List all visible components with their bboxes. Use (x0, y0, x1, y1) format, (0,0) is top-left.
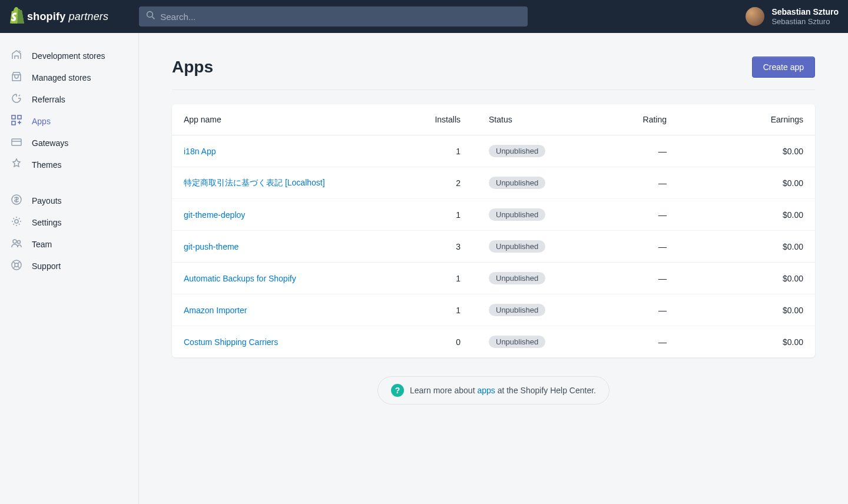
sidebar-item-gateways[interactable]: Gateways (0, 132, 138, 154)
cell-rating: — (602, 326, 678, 358)
page-title: Apps (172, 58, 213, 77)
sidebar-item-label: Referrals (32, 95, 65, 104)
sidebar-item-themes[interactable]: Themes (0, 154, 138, 175)
apps-table-card: App name Installs Status Rating Earnings… (172, 104, 815, 357)
table-header-row: App name Installs Status Rating Earnings (172, 104, 815, 135)
logo-icon (9, 7, 25, 26)
page-header: Apps Create app (172, 57, 815, 90)
sidebar-item-settings[interactable]: Settings (0, 211, 138, 233)
cell-rating: — (602, 263, 678, 294)
cell-installs: 0 (419, 326, 472, 358)
cell-installs: 2 (419, 167, 472, 199)
cell-rating: — (602, 231, 678, 263)
app-name-link[interactable]: i18n App (184, 147, 216, 156)
user-names: Sebastian Szturo Sebastian Szturo (771, 7, 839, 26)
app-name-link[interactable]: 特定商取引法に基づく表記 [Localhost] (184, 178, 325, 187)
sidebar-item-label: Gateways (32, 138, 68, 148)
cell-status: Unpublished (472, 199, 602, 231)
col-rating: Rating (602, 104, 678, 135)
app-name-link[interactable]: git-push-theme (184, 242, 238, 251)
app-name-link[interactable]: Amazon Importer (184, 306, 247, 315)
cell-status: Unpublished (472, 231, 602, 263)
cell-earnings: $0.00 (678, 326, 815, 358)
cell-status: Unpublished (472, 326, 602, 358)
svg-rect-4 (12, 121, 15, 125)
help-prefix: Learn more about (410, 386, 477, 395)
table-row: git-push-theme3Unpublished—$0.00 (172, 231, 815, 263)
sidebar-item-payouts[interactable]: Payouts (0, 190, 138, 211)
user-menu[interactable]: Sebastian Szturo Sebastian Szturo (746, 7, 839, 26)
help-callout: ? Learn more about apps at the Shopify H… (377, 376, 610, 404)
top-bar: shopify partners Sebastian Szturo Sebast… (0, 0, 848, 33)
main-content: Apps Create app App name Installs Status… (139, 33, 848, 504)
cell-installs: 1 (419, 135, 472, 167)
col-app-name: App name (172, 104, 419, 135)
help-icon: ? (391, 384, 404, 397)
cell-earnings: $0.00 (678, 135, 815, 167)
sidebar-item-label: Support (32, 261, 61, 271)
help-link[interactable]: apps (477, 386, 495, 395)
svg-point-11 (12, 260, 21, 270)
search-input[interactable] (160, 12, 521, 22)
col-installs: Installs (419, 104, 472, 135)
cell-installs: 1 (419, 294, 472, 326)
app-name-link[interactable]: git-theme-deploy (184, 210, 245, 220)
cell-installs: 1 (419, 199, 472, 231)
svg-point-0 (147, 12, 153, 18)
svg-point-9 (13, 240, 16, 243)
payouts-icon (11, 194, 22, 207)
dev-stores-icon (11, 49, 22, 62)
status-badge: Unpublished (489, 304, 545, 316)
search-field[interactable] (139, 6, 528, 26)
create-app-button[interactable]: Create app (752, 57, 815, 78)
svg-rect-2 (12, 115, 15, 119)
user-display-name: Sebastian Szturo (771, 7, 839, 17)
cell-earnings: $0.00 (678, 167, 815, 199)
sidebar-item-development-stores[interactable]: Development stores (0, 45, 138, 67)
svg-line-1 (153, 16, 155, 19)
cell-earnings: $0.00 (678, 263, 815, 294)
status-badge: Unpublished (489, 336, 545, 348)
table-row: Automatic Backups for Shopify1Unpublishe… (172, 263, 815, 294)
svg-point-8 (15, 220, 18, 223)
sidebar-item-referrals[interactable]: Referrals (0, 88, 138, 110)
sidebar-item-apps[interactable]: Apps (0, 110, 138, 132)
cell-rating: — (602, 135, 678, 167)
cell-rating: — (602, 294, 678, 326)
status-badge: Unpublished (489, 240, 545, 253)
managed-stores-icon (11, 71, 22, 84)
help-suffix: at the Shopify Help Center. (495, 386, 596, 395)
cell-status: Unpublished (472, 167, 602, 199)
sidebar-item-managed-stores[interactable]: Managed stores (0, 67, 138, 88)
cell-rating: — (602, 199, 678, 231)
cell-status: Unpublished (472, 135, 602, 167)
sidebar-item-label: Settings (32, 218, 62, 227)
cell-installs: 1 (419, 263, 472, 294)
team-icon (11, 237, 22, 251)
col-earnings: Earnings (678, 104, 815, 135)
app-name-link[interactable]: Costum Shipping Carriers (184, 337, 278, 347)
status-badge: Unpublished (489, 145, 545, 157)
status-badge: Unpublished (489, 272, 545, 284)
status-badge: Unpublished (489, 208, 545, 221)
search-icon (146, 11, 155, 22)
logo-text: shopify partners (27, 11, 108, 23)
settings-icon (11, 215, 22, 229)
sidebar-item-label: Themes (32, 160, 62, 170)
sidebar-item-label: Team (32, 240, 52, 249)
avatar (746, 7, 764, 26)
status-badge: Unpublished (489, 177, 545, 189)
logo[interactable]: shopify partners (9, 7, 108, 26)
app-name-link[interactable]: Automatic Backups for Shopify (184, 274, 296, 283)
sidebar-item-support[interactable]: Support (0, 255, 138, 277)
cell-earnings: $0.00 (678, 231, 815, 263)
cell-installs: 3 (419, 231, 472, 263)
sidebar-item-label: Managed stores (32, 73, 91, 82)
sidebar-item-label: Apps (32, 117, 51, 126)
table-row: Costum Shipping Carriers0Unpublished—$0.… (172, 326, 815, 358)
sidebar-item-label: Payouts (32, 196, 62, 205)
support-icon (11, 259, 22, 273)
sidebar-item-team[interactable]: Team (0, 233, 138, 255)
help-text: Learn more about apps at the Shopify Hel… (410, 386, 596, 395)
user-subtitle: Sebastian Szturo (771, 17, 839, 26)
